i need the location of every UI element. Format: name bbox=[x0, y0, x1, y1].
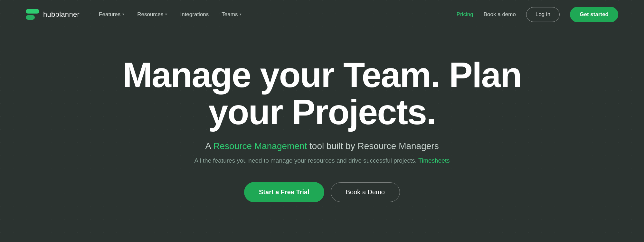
nav-integrations[interactable]: Integrations bbox=[180, 11, 209, 18]
logo[interactable]: hubplanner bbox=[26, 8, 80, 21]
nav-features[interactable]: Features ▾ bbox=[99, 11, 124, 18]
nav-book-demo-link[interactable]: Book a demo bbox=[484, 11, 516, 18]
nav-pricing-link[interactable]: Pricing bbox=[457, 11, 473, 18]
logo-icon bbox=[26, 8, 39, 21]
logo-bar-bottom bbox=[26, 15, 35, 20]
hero-section: Manage your Team. Plan your Projects. A … bbox=[0, 29, 644, 210]
logo-bar-top bbox=[26, 9, 39, 14]
hero-title: Manage your Team. Plan your Projects. bbox=[123, 56, 521, 131]
chevron-down-icon: ▾ bbox=[122, 12, 124, 16]
timesheets-link[interactable]: Timesheets bbox=[418, 157, 450, 164]
book-demo-button[interactable]: Book a Demo bbox=[331, 182, 400, 202]
chevron-down-icon: ▾ bbox=[240, 12, 242, 16]
navbar: hubplanner Features ▾ Resources ▾ Integr… bbox=[0, 0, 644, 29]
hero-subtitle: A Resource Management tool built by Reso… bbox=[205, 141, 439, 151]
hero-cta-buttons: Start a Free Trial Book a Demo bbox=[244, 182, 400, 202]
nav-left: hubplanner Features ▾ Resources ▾ Integr… bbox=[26, 8, 242, 21]
hero-highlight: Resource Management bbox=[213, 141, 307, 151]
nav-resources[interactable]: Resources ▾ bbox=[137, 11, 167, 18]
logo-text: hubplanner bbox=[43, 10, 80, 19]
nav-teams[interactable]: Teams ▾ bbox=[222, 11, 242, 18]
login-button[interactable]: Log in bbox=[526, 7, 560, 22]
chevron-down-icon: ▾ bbox=[165, 12, 167, 16]
hero-description: All the features you need to manage your… bbox=[194, 157, 450, 164]
nav-links: Features ▾ Resources ▾ Integrations Team… bbox=[99, 11, 242, 18]
nav-right: Pricing Book a demo Log in Get started bbox=[457, 7, 618, 22]
free-trial-button[interactable]: Start a Free Trial bbox=[244, 182, 324, 202]
get-started-button[interactable]: Get started bbox=[570, 7, 618, 22]
